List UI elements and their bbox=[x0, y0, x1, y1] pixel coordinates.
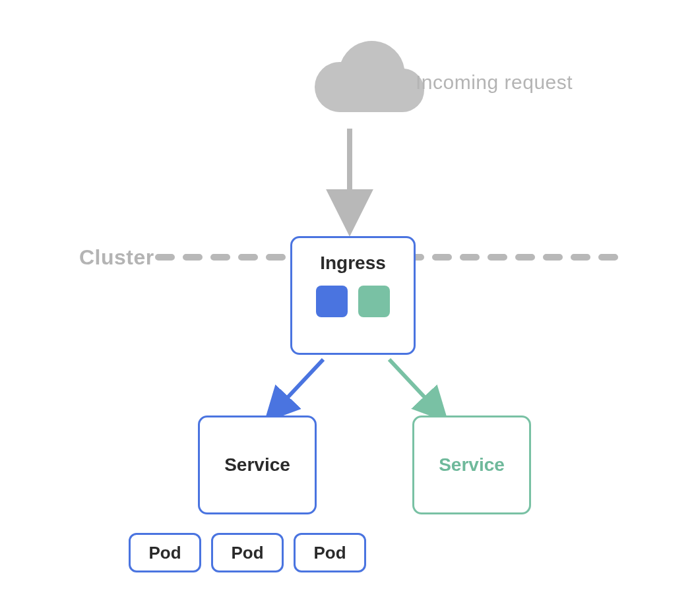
cloud-icon bbox=[315, 41, 424, 112]
cluster-label: Cluster bbox=[79, 245, 154, 270]
pod-box: Pod bbox=[294, 533, 366, 572]
ingress-title: Ingress bbox=[320, 253, 386, 274]
pod-box: Pod bbox=[211, 533, 284, 572]
service-right-title: Service bbox=[439, 454, 505, 476]
arrow-to-service-right bbox=[389, 359, 439, 412]
arrow-to-service-left bbox=[274, 359, 323, 412]
ingress-box: Ingress bbox=[290, 236, 416, 355]
diagram-stage: Incoming request Cluster Ingress Service… bbox=[0, 0, 694, 616]
pod-label: Pod bbox=[313, 543, 346, 563]
ingress-chip-green bbox=[358, 286, 390, 317]
service-left-title: Service bbox=[224, 454, 290, 476]
pod-label: Pod bbox=[148, 543, 181, 563]
ingress-chips bbox=[316, 286, 390, 317]
ingress-chip-blue bbox=[316, 286, 348, 317]
pod-box: Pod bbox=[129, 533, 201, 572]
incoming-request-label: Incoming request bbox=[416, 71, 573, 94]
pod-label: Pod bbox=[231, 543, 263, 563]
service-box-right: Service bbox=[412, 416, 531, 514]
service-box-left: Service bbox=[198, 416, 317, 514]
